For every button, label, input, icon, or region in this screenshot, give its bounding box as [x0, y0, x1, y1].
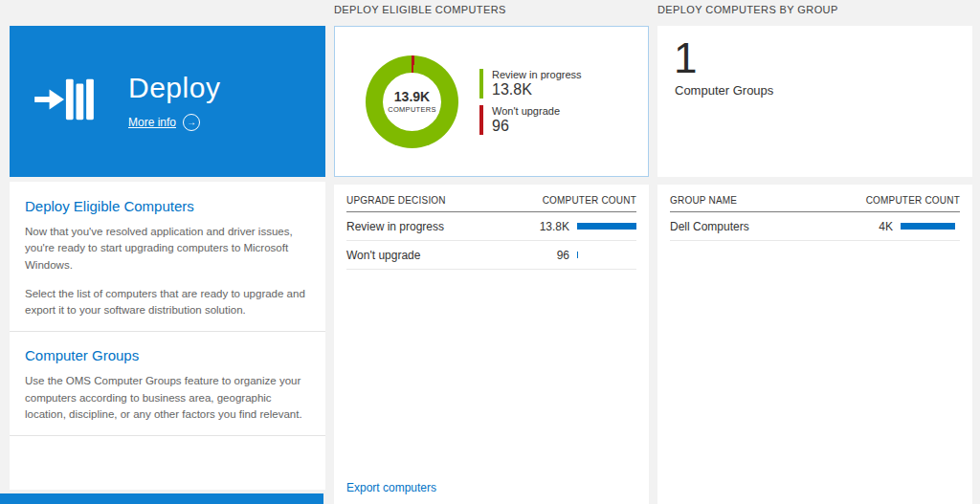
- donut-center-value: 13.9K: [394, 89, 430, 104]
- group-table-panel: GROUP NAME COMPUTER COUNT Dell Computers…: [657, 185, 972, 504]
- upgrade-decision-table-panel: UPGRADE DECISION COMPUTER COUNT Review i…: [334, 185, 649, 504]
- legend-item-review-in-progress: Review in progress 13.8K: [479, 69, 582, 99]
- section-heading-computer-groups: Computer Groups: [25, 347, 310, 363]
- section-paragraph: Now that you've resolved application and…: [25, 224, 310, 274]
- section-divider: [10, 331, 325, 332]
- legend-color-bar: [479, 69, 483, 99]
- row-value: 13.8K: [529, 220, 569, 233]
- row-label: Won't upgrade: [346, 249, 420, 262]
- deploy-tile[interactable]: Deploy More info →: [10, 26, 325, 177]
- legend-label: Won't upgrade: [492, 105, 560, 117]
- section-heading-deploy-eligible: Deploy Eligible Computers: [25, 198, 310, 214]
- count-bar-track: [901, 223, 960, 230]
- table-row-review-in-progress[interactable]: Review in progress 13.8K: [346, 212, 636, 241]
- legend-label: Review in progress: [492, 69, 582, 80]
- count-bar: [901, 223, 955, 230]
- count-bar-track: [577, 252, 636, 258]
- computer-groups-card[interactable]: 1 Computer Groups: [657, 26, 972, 177]
- export-computers-link[interactable]: Export computers: [346, 481, 436, 494]
- row-value: 4K: [853, 220, 893, 233]
- section-paragraph: Use the OMS Computer Groups feature to o…: [25, 373, 310, 423]
- legend-item-wont-upgrade: Won't upgrade 96: [479, 105, 582, 135]
- eligible-computers-card[interactable]: 13.9K COMPUTERS Review in progress 13.8K…: [334, 26, 649, 177]
- table-row-wont-upgrade[interactable]: Won't upgrade 96: [346, 241, 636, 270]
- more-info-arrow-icon[interactable]: →: [183, 114, 200, 131]
- row-label: Review in progress: [346, 220, 444, 233]
- section-divider: [10, 435, 325, 436]
- section-paragraph: Select the list of computers that are re…: [25, 286, 310, 319]
- column-header-upgrade-decision: UPGRADE DECISION: [346, 195, 446, 206]
- table-header-row: GROUP NAME COMPUTER COUNT: [670, 185, 960, 212]
- table-header-row: UPGRADE DECISION COMPUTER COUNT: [346, 185, 636, 212]
- right-column-header: DEPLOY COMPUTERS BY GROUP: [657, 4, 838, 15]
- row-label: Dell Computers: [670, 220, 749, 233]
- count-bar: [577, 252, 578, 258]
- legend-value: 96: [492, 118, 560, 135]
- donut-center: 13.9K COMPUTERS: [383, 73, 441, 131]
- legend-value: 13.8K: [492, 81, 582, 99]
- more-info-link[interactable]: More info: [128, 116, 176, 129]
- donut-chart[interactable]: 13.9K COMPUTERS: [366, 55, 458, 148]
- table-row-dell-computers[interactable]: Dell Computers 4K: [670, 212, 960, 241]
- column-header-computer-count: COMPUTER COUNT: [866, 195, 960, 206]
- donut-legend: Review in progress 13.8K Won't upgrade 9…: [479, 69, 582, 135]
- tile-footer-strip: [0, 493, 323, 504]
- row-value: 96: [529, 249, 569, 262]
- count-bar: [577, 223, 636, 230]
- column-header-computer-count: COMPUTER COUNT: [543, 195, 636, 206]
- tile-title: Deploy: [128, 72, 220, 104]
- description-panel: Deploy Eligible Computers Now that you'v…: [10, 182, 325, 490]
- count-bar-track: [577, 223, 636, 230]
- group-count-label: Computer Groups: [675, 83, 972, 98]
- legend-color-bar: [479, 105, 483, 135]
- deploy-icon: [34, 74, 94, 129]
- group-count-value: 1: [674, 35, 972, 81]
- column-header-group-name: GROUP NAME: [670, 195, 737, 206]
- donut-center-label: COMPUTERS: [388, 105, 436, 114]
- middle-column-header: DEPLOY ELIGIBLE COMPUTERS: [334, 4, 506, 15]
